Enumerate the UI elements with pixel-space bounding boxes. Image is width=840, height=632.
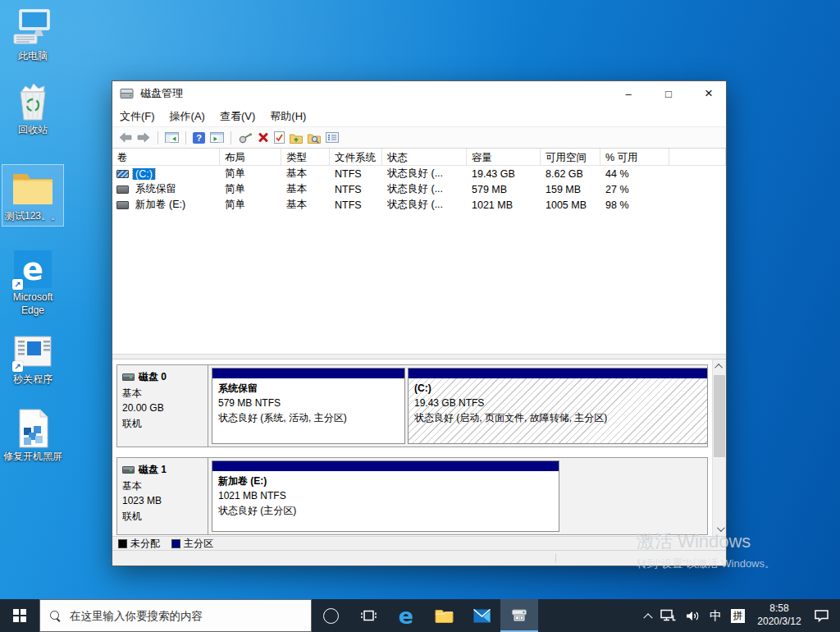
tray-overflow-icon[interactable] <box>643 613 652 622</box>
desktop-icon-test-folder[interactable]: 测试123。。 <box>2 164 64 227</box>
col-type[interactable]: 类型 <box>281 149 330 165</box>
volume-list-header: 卷 布局 类型 文件系统 状态 容量 可用空间 % 可用 <box>112 149 726 166</box>
taskbar-search[interactable] <box>39 599 312 632</box>
disk-0-row: 磁盘 0 基本 20.00 GB 联机 系统保留 579 MB NTFS 状态良… <box>116 364 708 447</box>
clock-date: 2020/3/12 <box>754 616 805 629</box>
forward-icon[interactable] <box>137 132 151 143</box>
disk-graphical-view: 磁盘 0 基本 20.00 GB 联机 系统保留 579 MB NTFS 状态良… <box>112 360 726 536</box>
col-status[interactable]: 状态 <box>382 149 467 165</box>
col-filesystem[interactable]: 文件系统 <box>330 149 382 165</box>
action-pane-icon[interactable] <box>210 132 224 143</box>
wand-icon[interactable] <box>238 132 253 144</box>
desktop-icon-label: 秒关程序 <box>13 373 52 387</box>
clock-time: 8:58 <box>754 602 805 616</box>
delete-icon[interactable] <box>258 132 269 144</box>
task-view-button[interactable] <box>349 599 387 632</box>
volume-row-e[interactable]: 新加卷 (E:) 简单 基本 NTFS 状态良好 (... 1021 MB 10… <box>112 197 726 213</box>
volume-row-c[interactable]: (C:) 简单 基本 NTFS 状态良好 (... 19.43 GB 8.62 … <box>112 166 726 181</box>
volume-row-system-reserved[interactable]: 系统保留 简单 基本 NTFS 状态良好 (... 579 MB 159 MB … <box>112 181 726 197</box>
primary-partition-strip <box>409 369 707 378</box>
col-capacity[interactable]: 容量 <box>467 149 541 165</box>
partition-c[interactable]: (C:) 19.43 GB NTFS 状态良好 (启动, 页面文件, 故障转储,… <box>408 368 708 444</box>
ime-mode-indicator[interactable]: 拼 <box>731 609 745 623</box>
volume-list: 卷 布局 类型 文件系统 状态 容量 可用空间 % 可用 (C:) 简单 基本 … <box>112 149 726 354</box>
disk-1-row: 磁盘 1 基本 1023 MB 联机 新加卷 (E:) 1021 MB NTFS… <box>116 457 708 535</box>
desktop-icon-fix-black-screen[interactable]: 修复开机黑屏 <box>2 405 64 466</box>
partition-system-reserved[interactable]: 系统保留 579 MB NTFS 状态良好 (系统, 活动, 主分区) <box>212 368 405 444</box>
toolbar-separator <box>231 131 231 144</box>
cortana-icon <box>323 608 339 624</box>
console-tree-icon[interactable] <box>165 132 179 143</box>
disk-management-taskbar-button[interactable] <box>500 599 538 632</box>
disk-0-label[interactable]: 磁盘 0 基本 20.00 GB 联机 <box>117 365 208 447</box>
help-icon[interactable]: ? <box>193 132 205 144</box>
desktop-icon-label: Microsoft Edge <box>2 291 63 317</box>
col-layout[interactable]: 布局 <box>220 149 281 165</box>
file-explorer-icon <box>435 608 454 623</box>
col-volume[interactable]: 卷 <box>112 149 220 165</box>
disk-drive-icon <box>120 88 135 99</box>
mail-icon <box>473 609 491 623</box>
menu-help[interactable]: 帮助(H) <box>262 109 313 124</box>
col-filler <box>669 149 726 165</box>
close-button[interactable]: × <box>692 81 726 106</box>
scroll-down-icon[interactable] <box>713 522 727 536</box>
start-button[interactable] <box>0 599 39 632</box>
pane-splitter[interactable] <box>112 354 726 360</box>
col-pct[interactable]: % 可用 <box>600 149 669 165</box>
search-input[interactable] <box>70 610 302 622</box>
maximize-button[interactable]: □ <box>651 81 686 106</box>
legend-bar: 未分配 主分区 <box>112 536 726 550</box>
desktop-icon-label: 此电脑 <box>18 50 48 63</box>
folder-search-icon[interactable] <box>308 132 321 144</box>
search-icon <box>49 610 62 622</box>
folder-icon <box>11 167 55 208</box>
properties-list-icon[interactable] <box>326 132 339 143</box>
edge-taskbar-button[interactable]: e <box>387 599 425 632</box>
disk-management-window: 磁盘管理 – □ × 文件(F) 操作(A) 查看(V) 帮助(H) ? <box>112 80 727 566</box>
shortcut-arrow-icon: ↗ <box>12 361 23 372</box>
disk-1-partitions: 新加卷 (E:) 1021 MB NTFS 状态良好 (主分区) <box>208 458 707 534</box>
folder-up-icon[interactable] <box>290 132 303 144</box>
scroll-up-icon[interactable] <box>713 360 727 373</box>
desktop-icon-microsoft-edge[interactable]: e ↗ Microsoft Edge <box>2 246 64 319</box>
cortana-button[interactable] <box>312 599 349 632</box>
status-bar-divider <box>555 554 556 562</box>
taskbar: e 中 拼 8:58 2020 <box>0 599 840 632</box>
drive-icon <box>122 373 135 381</box>
ime-language-indicator[interactable]: 中 <box>710 608 722 624</box>
toolbar-separator <box>185 131 186 144</box>
taskbar-clock[interactable]: 8:58 2020/3/12 <box>754 602 805 628</box>
desktop-icon-recycle-bin[interactable]: 回收站 <box>2 79 64 140</box>
vertical-scrollbar[interactable] <box>712 360 726 536</box>
windows-logo-icon <box>13 609 26 622</box>
mail-button[interactable] <box>463 599 500 632</box>
desktop-icon-app-closer[interactable]: ↗ 秒关程序 <box>2 328 64 389</box>
file-explorer-button[interactable] <box>425 599 463 632</box>
col-free[interactable]: 可用空间 <box>541 149 600 165</box>
primary-partition-strip <box>212 461 559 471</box>
desktop-icon-label: 回收站 <box>18 124 48 137</box>
action-center-icon[interactable] <box>814 609 829 622</box>
title-bar[interactable]: 磁盘管理 – □ × <box>112 81 726 106</box>
this-pc-icon <box>11 7 55 48</box>
toolbar-separator <box>158 131 158 144</box>
network-icon[interactable] <box>660 609 676 622</box>
edge-icon: e <box>399 605 413 627</box>
disk-management-icon <box>510 607 529 623</box>
back-icon[interactable] <box>118 132 132 143</box>
disk-1-label[interactable]: 磁盘 1 基本 1023 MB 联机 <box>117 458 208 534</box>
menu-view[interactable]: 查看(V) <box>212 109 262 124</box>
menu-file[interactable]: 文件(F) <box>112 109 162 124</box>
partition-e[interactable]: 新加卷 (E:) 1021 MB NTFS 状态良好 (主分区) <box>212 460 559 532</box>
minimize-button[interactable]: – <box>611 81 646 106</box>
app-window-icon: ↗ <box>11 331 55 372</box>
menu-action[interactable]: 操作(A) <box>162 109 212 124</box>
check-page-icon[interactable] <box>274 131 285 144</box>
volume-icon <box>116 201 129 209</box>
volume-icon <box>116 170 129 178</box>
desktop-icon-this-pc[interactable]: 此电脑 <box>2 5 64 66</box>
desktop-icon-label: 测试123。。 <box>5 210 61 223</box>
volume-icon[interactable] <box>685 610 701 622</box>
scrollbar-thumb[interactable] <box>714 375 725 457</box>
